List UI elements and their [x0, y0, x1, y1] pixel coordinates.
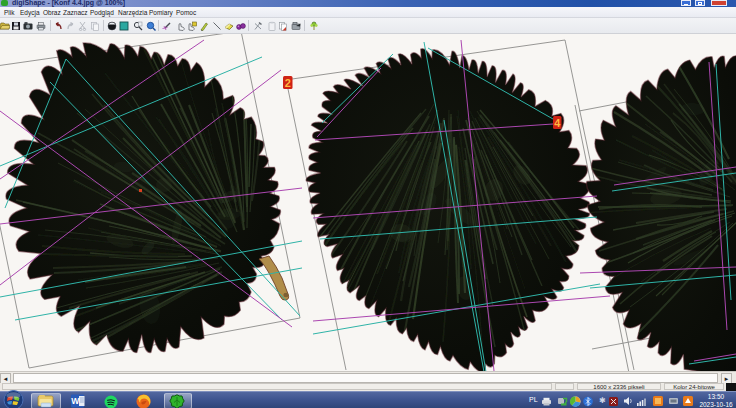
svg-text:4: 4 — [554, 117, 561, 129]
svg-text:W: W — [71, 396, 80, 406]
svg-text:2: 2 — [285, 77, 291, 89]
